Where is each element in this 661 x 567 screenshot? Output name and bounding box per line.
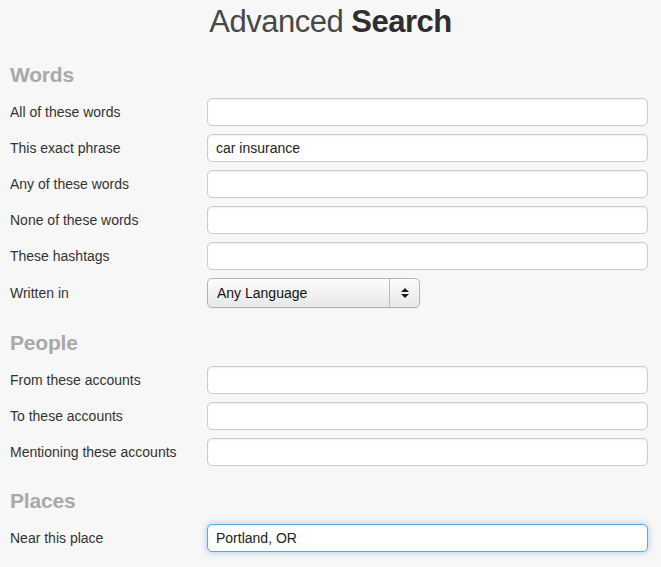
section-heading-words: Words [10,63,648,87]
row-any-of-these-words: Any of these words [10,170,648,198]
written-in-select-value: Any Language [208,285,389,301]
row-these-hashtags: These hashtags [10,242,648,270]
none-of-these-words-input[interactable] [207,206,648,234]
row-written-in: Written in Any Language [10,278,648,308]
row-this-exact-phrase: This exact phrase [10,134,648,162]
from-these-accounts-input[interactable] [207,366,648,394]
page-title-bold: Search [351,4,451,39]
these-hashtags-label: These hashtags [10,248,207,264]
from-these-accounts-label: From these accounts [10,372,207,388]
all-of-these-words-label: All of these words [10,104,207,120]
all-of-these-words-input[interactable] [207,98,648,126]
chevron-up-icon [401,288,409,292]
row-to-these-accounts: To these accounts [10,402,648,430]
section-heading-people: People [10,331,648,355]
chevron-down-icon [401,294,409,298]
any-of-these-words-input[interactable] [207,170,648,198]
any-of-these-words-label: Any of these words [10,176,207,192]
these-hashtags-input[interactable] [207,242,648,270]
row-mentioning-these-accounts: Mentioning these accounts [10,438,648,466]
none-of-these-words-label: None of these words [10,212,207,228]
page-title-light: Advanced [209,4,343,39]
this-exact-phrase-label: This exact phrase [10,140,207,156]
row-none-of-these-words: None of these words [10,206,648,234]
select-stepper-arrows-icon [389,279,419,307]
mentioning-these-accounts-input[interactable] [207,438,648,466]
advanced-search-page: Advanced Search Words All of these words… [0,0,661,552]
page-title: Advanced Search [0,0,661,40]
form-content: Words All of these words This exact phra… [0,63,661,552]
to-these-accounts-label: To these accounts [10,408,207,424]
mentioning-these-accounts-label: Mentioning these accounts [10,444,207,460]
to-these-accounts-input[interactable] [207,402,648,430]
row-from-these-accounts: From these accounts [10,366,648,394]
near-this-place-label: Near this place [10,530,207,546]
this-exact-phrase-input[interactable] [207,134,648,162]
section-heading-places: Places [10,489,648,513]
row-near-this-place: Near this place [10,524,648,552]
near-this-place-input[interactable] [207,524,648,552]
row-all-of-these-words: All of these words [10,98,648,126]
written-in-label: Written in [10,285,207,301]
written-in-select[interactable]: Any Language [207,278,420,308]
